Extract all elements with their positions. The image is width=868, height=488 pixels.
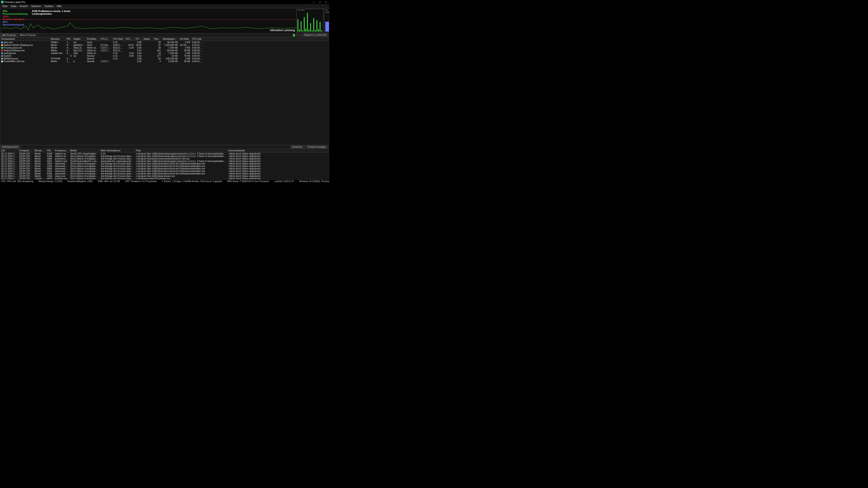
log-row[interactable]: 20-11-2024 19:27:22DESKTOP-9LK1G1SMartin… [0,175,329,177]
column-header[interactable]: Benutzername [34,149,46,152]
column-header[interactable]: Prozessname [0,37,50,40]
hide-diagram-button[interactable]: Diagramm ausblenden [303,33,328,36]
menu-updates[interactable]: Updates [43,4,55,8]
status-segment: 1 Socket, 1 Gruppe, 1 NUMA-Knoten, 8/16 … [162,180,222,183]
process-row[interactable]: System4XpNormal0-150.490.5427716 KB78 KB… [0,55,329,57]
column-header[interactable]: Status [143,37,153,40]
cpu-core-bar [302,31,303,32]
cpu-core-bar [316,20,317,32]
process-row[interactable]: dwm.exeDWM-11952XpHoch0-150.062838,700 K… [0,41,329,43]
window-controls: — ☐ ✕ [313,1,328,3]
statusbar: CPU: 24% Zeit, 30% AuslastungWarteschlan… [0,180,329,183]
log-row[interactable]: 20-11-2024 19:34:37DESKTOP-9LK1G1SMartin… [0,155,329,158]
status-segment: Laufzeit: 0:00:51:47 [274,180,294,183]
column-header[interactable]: Befehl [69,149,100,152]
cpu-core-bar [304,17,305,32]
column-header[interactable]: Zeit [0,149,18,152]
status-segment: Warteschlange: 0 (0.00) [38,180,62,183]
ram-gauge: % RAM [324,9,329,33]
close-button[interactable]: ✕ [325,1,327,3]
tab-all-processes[interactable]: Alle Prozesse [0,33,18,37]
tab-command-log[interactable]: Befehlsprotokoll [0,145,20,149]
stat-cpu: 30% Prozessorauslastung [2,10,27,15]
process-row[interactable]: ProcessLasso.exeMartin4568XAp1;3;5;7;9;1… [0,46,329,49]
log-table-header: ZeitComputernameBenutzernamePIDProzessna… [0,149,329,153]
process-table: ProzessnameBenutzerPIDRegelnPrioritäten-… [0,37,329,145]
column-header[interactable]: Arbeitsspeicher (privater... [162,37,179,40]
log-row[interactable]: 20-11-2024 19:36:44DESKTOP-9LK1G1SMartin… [0,153,329,155]
column-header[interactable]: Prozessname [54,149,69,152]
column-header[interactable]: Benutzer [50,37,66,40]
menu-start[interactable]: Start [1,4,9,8]
column-header[interactable]: CPU-Zeit [191,37,204,40]
power-mode-label: Leistungsmodus [32,12,70,15]
column-header[interactable]: Kommandozeile [228,149,278,152]
column-header[interactable]: Threads [153,37,162,40]
log-row[interactable]: 20-11-2024 19:27:22DESKTOP-9LK1G1SMartin… [0,172,329,175]
log-row[interactable]: 20-11-2024 19:27:22DESKTOP-9LK1G1SMartin… [0,162,329,165]
status-segment: RAM: 48% von 32 GB [98,180,120,183]
process-row[interactable]: audiodg.exeLokaler Dienst4928XApHöher al… [0,52,329,55]
column-header[interactable]: Prioritäten-Klasse [86,37,100,40]
status-segment: Reaktionsfähigkeit: 100% [67,180,93,183]
log-row[interactable]: 20-11-2024 19:27:26DESKTOP-9LK1G1SMartin… [0,160,329,162]
cpu-core-bar [315,30,316,32]
process-tabstrip: Alle Prozesse Aktive Prozesse Diagramm a… [0,33,329,37]
menu-optionen[interactable]: Optionen [30,4,42,8]
show-log-button[interactable]: Protokoll anzeigen [306,145,328,149]
header-panel: 30% Prozessorauslastung 100% Reaktionsfä… [0,8,329,33]
status-segment: 1597 Threads in 111 Prozessen [125,180,157,183]
cpu-core-bar [313,18,314,32]
tab-active-processes[interactable]: Aktive Prozesse [18,33,38,37]
performance-mode: Ultimative Leistung [270,29,295,32]
process-row[interactable]: MsMpEng.exeSYSTEM3812Normal0-150.0850148… [0,57,329,60]
maximize-button[interactable]: ☐ [319,1,321,3]
column-header[interactable]: Computername [18,149,34,152]
column-header[interactable]: Pfad [135,149,228,152]
menu-datei[interactable]: Datei [9,4,18,8]
log-row[interactable]: 20-11-2024 19:27:22DESKTOP-9LK1G1SMartin… [0,167,329,170]
app-icon [1,1,4,3]
window-title: Process Lasso Pro [4,1,25,3]
column-header[interactable]: I/O-Delta [179,37,191,40]
process-table-header: ProzessnameBenutzerPIDRegelnPrioritäten-… [0,37,329,41]
titlebar: Process Lasso Pro — ☐ ✕ [0,0,329,4]
column-header[interactable]: CPU-Zugehörig... [100,37,112,40]
cpu-core-bar [301,21,302,32]
cpu-core-bar [318,29,319,32]
column-header[interactable]: Mehr Informationen [100,149,135,152]
cpu-core-bar [309,30,309,32]
status-segment: CPU: 24% Zeit, 30% Auslastung [1,180,33,183]
cpu-core-bar [312,31,313,32]
log-row[interactable]: 20-11-2024 19:27:22DESKTOP-9LK1G1SMartin… [0,170,329,172]
minimize-button[interactable]: — [313,1,315,3]
cpu-history-graph [1,19,296,32]
menubar: Start Datei Ansicht Optionen Updates Hil… [0,4,329,8]
log-table: ZeitComputernameBenutzernamePIDProzessna… [0,149,329,180]
menu-hilfe[interactable]: Hilfe [55,4,63,8]
insights-button[interactable]: Einsichten [290,145,305,149]
column-header[interactable]: CPU-Du... [135,37,143,40]
process-row[interactable]: Stalker2-Win64-Shipping.exeMartin9108gih… [0,43,329,46]
log-row[interactable]: 20-11-2024 19:27:22DESKTOP-9LK1G1SMartin… [0,165,329,167]
log-row[interactable]: 20-11-2024 19:27:22DESKTOP-9LK1G1SLokale… [0,177,329,180]
log-tabstrip: Befehlsprotokoll Einsichten Protokoll an… [0,145,329,149]
log-row[interactable]: 20-11-2024 19:27:30DESKTOP-9LK1G1SMartin… [0,158,329,160]
cpu-core-bar [305,29,306,32]
cpu-core-bar [320,22,320,32]
process-row[interactable]: PresentMon-x64.exeMartin1668pNormal1;3;5… [0,60,329,63]
ram-gauge-label: % RAM [325,9,329,13]
cpu-core-bar [307,13,308,32]
column-header[interactable]: CPU-Sets [112,37,125,40]
ram-bar [325,22,329,32]
column-header[interactable]: CPU (%) [125,37,135,40]
cpu-core-bar [321,30,322,32]
cpu-core-bar [299,30,300,32]
status-segment: Windows 10 (19045), Process Lasso Pro v1… [299,180,329,183]
column-header[interactable]: Regeln [72,37,86,40]
cpu-core-bar [310,23,311,32]
column-header[interactable]: PID [46,149,54,152]
menu-ansicht[interactable]: Ansicht [18,4,29,8]
column-header[interactable]: PID [66,37,72,40]
process-row[interactable]: RadeonSoftware.exeMartin9076Ap1;3;5;7;9;… [0,49,329,52]
